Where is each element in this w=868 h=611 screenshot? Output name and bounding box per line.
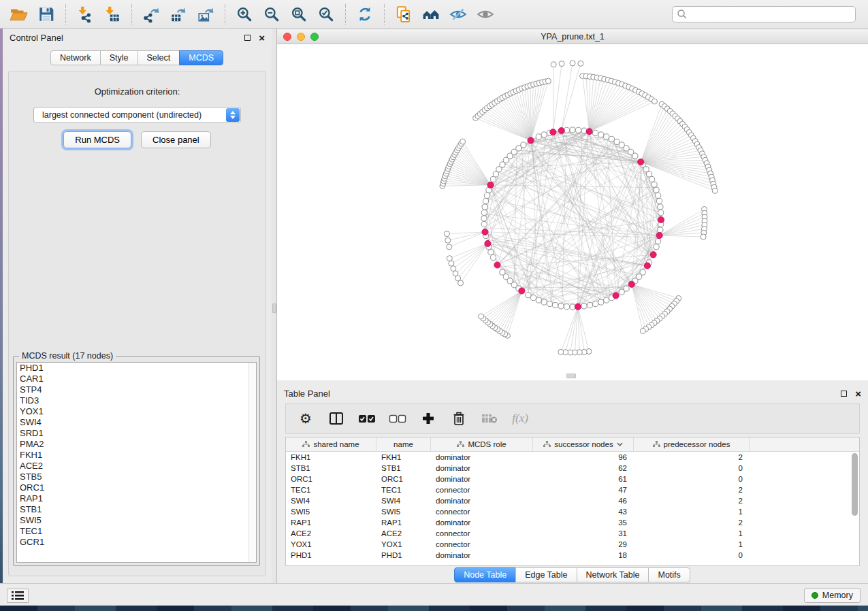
save-session-icon[interactable] — [33, 3, 60, 26]
tab-select[interactable]: Select — [138, 50, 180, 65]
table-row[interactable]: FKH1FKH1dominator962 — [286, 452, 859, 463]
mcds-result-title: MCDS result (17 nodes) — [19, 351, 116, 361]
import-network-icon[interactable] — [71, 3, 99, 26]
mcds-result-item[interactable]: PHD1 — [17, 363, 256, 374]
table-tabs: Node Table Edge Table Network Table Moti… — [277, 567, 868, 582]
mcds-result-list[interactable]: PHD1CAR1STP4TID3YOX1SWI4SRD1PMA2FKH1ACE2… — [16, 362, 257, 563]
table-panel-title: Table Panel — [284, 389, 330, 399]
zoom-out-icon[interactable] — [258, 3, 285, 26]
mcds-result-item[interactable]: YOX1 — [17, 406, 256, 417]
refresh-view-icon[interactable] — [351, 3, 379, 26]
mcds-result-item[interactable]: SRD1 — [17, 428, 256, 439]
network-graph[interactable] — [277, 44, 868, 380]
tab-node-table[interactable]: Node Table — [454, 567, 516, 582]
split-view-icon[interactable] — [327, 410, 345, 427]
table-row[interactable]: PHD1PHD1dominator180 — [286, 550, 859, 561]
tab-edge-table[interactable]: Edge Table — [515, 567, 577, 582]
vertical-splitter[interactable] — [272, 29, 277, 583]
zoom-fit-icon[interactable] — [285, 3, 312, 26]
float-table-panel-icon[interactable] — [841, 391, 847, 397]
table-row[interactable]: ORC1ORC1dominator610 — [286, 474, 859, 484]
close-table-panel-icon[interactable]: × — [855, 391, 861, 397]
mcds-result-item[interactable]: STB5 — [17, 472, 256, 482]
table-row[interactable]: YOX1YOX1connector291 — [286, 539, 859, 550]
optimization-criterion-select[interactable]: largest connected component (undirected) — [33, 107, 241, 123]
column-header-filler — [750, 437, 859, 451]
mcds-result-item[interactable]: SWI4 — [17, 417, 256, 428]
select-stepper-icon — [226, 108, 240, 122]
export-network-icon[interactable] — [138, 3, 165, 26]
delete-icon[interactable] — [450, 410, 468, 427]
mcds-result-item[interactable]: ORC1 — [17, 482, 256, 493]
export-table-icon[interactable] — [165, 3, 192, 26]
hide-graphics-icon[interactable] — [445, 3, 472, 26]
tab-motifs[interactable]: Motifs — [648, 567, 690, 582]
mcds-result-item[interactable]: STP4 — [17, 384, 256, 395]
table-row[interactable]: ACE2ACE2connector311 — [286, 528, 859, 539]
show-log-button[interactable] — [7, 589, 29, 603]
mcds-result-item[interactable]: FKH1 — [17, 450, 256, 461]
close-panel-button[interactable]: Close panel — [141, 131, 211, 148]
import-table-icon[interactable] — [99, 3, 126, 26]
table-toolbar: ⚙ f(x) — [285, 403, 860, 434]
sort-descending-icon — [617, 442, 623, 446]
table-scrollbar-thumb[interactable] — [852, 453, 858, 516]
deselect-all-icon[interactable] — [389, 410, 406, 427]
mcds-result-item[interactable]: TID3 — [17, 395, 256, 406]
zoom-selected-icon[interactable] — [312, 3, 340, 26]
table-row[interactable]: TEC1TEC1connector472 — [286, 484, 859, 495]
mcds-result-item[interactable]: PMA2 — [17, 439, 256, 450]
table-row[interactable]: STB1STB1dominator620 — [286, 463, 859, 474]
table-scrollbar[interactable] — [852, 453, 858, 563]
optimization-criterion-label: Optimization criterion: — [9, 86, 266, 97]
table-row[interactable]: SWI4SWI4dominator462 — [286, 495, 859, 506]
column-header-mcds-role[interactable]: MCDS role — [431, 437, 533, 451]
clone-network-icon[interactable] — [390, 3, 417, 26]
horizontal-splitter-grip[interactable] — [566, 374, 576, 378]
column-header-predecessor-nodes[interactable]: predecessor nodes — [634, 437, 750, 451]
memory-status-icon — [811, 592, 818, 599]
control-panel: Control Panel × Network Style Select MCD… — [3, 29, 272, 583]
node-table: shared name name MCDS role successor nod… — [285, 437, 860, 566]
open-file-icon[interactable] — [5, 3, 33, 26]
home-welcome-icon[interactable] — [417, 3, 445, 26]
table-settings-icon[interactable]: ⚙ — [297, 410, 315, 427]
column-header-name[interactable]: name — [376, 437, 431, 451]
network-canvas[interactable] — [277, 44, 868, 380]
zoom-in-icon[interactable] — [231, 3, 258, 26]
splitter-grip[interactable] — [272, 303, 276, 313]
search-input[interactable] — [672, 6, 856, 22]
run-mcds-button[interactable]: Run MCDS — [63, 131, 131, 148]
tab-mcds[interactable]: MCDS — [179, 50, 223, 65]
mcds-result-item[interactable]: ACE2 — [17, 461, 256, 472]
table-row[interactable]: RAP1RAP1dominator352 — [286, 517, 859, 528]
selected-option: largest connected component (undirected) — [42, 110, 202, 120]
result-list-scrollbar[interactable] — [248, 363, 256, 562]
close-panel-icon[interactable]: × — [259, 35, 265, 41]
column-header-successor-nodes[interactable]: successor nodes — [533, 437, 634, 451]
memory-label: Memory — [822, 591, 853, 600]
mcds-result-item[interactable]: STB1 — [17, 504, 256, 515]
table-panel: Table Panel × ⚙ f(x) shared name — [277, 384, 868, 583]
table-row[interactable]: SWI5SWI5connector431 — [286, 506, 859, 517]
memory-button[interactable]: Memory — [804, 588, 861, 603]
select-all-icon[interactable] — [358, 410, 376, 427]
tab-network-table[interactable]: Network Table — [577, 567, 649, 582]
show-graphics-icon[interactable] — [472, 3, 499, 26]
mcds-result-item[interactable]: TEC1 — [17, 526, 256, 537]
export-image-icon[interactable] — [192, 3, 219, 26]
tab-style[interactable]: Style — [100, 50, 138, 65]
tab-network[interactable]: Network — [50, 50, 101, 65]
mcds-result-item[interactable]: SWI5 — [17, 515, 256, 526]
float-panel-icon[interactable] — [244, 35, 251, 41]
column-header-shared-name[interactable]: shared name — [286, 437, 376, 451]
mcds-result-item[interactable]: RAP1 — [17, 493, 256, 504]
network-window-title: YPA_prune.txt_1 — [277, 32, 868, 42]
function-builder-icon[interactable]: f(x) — [511, 410, 529, 427]
add-icon[interactable] — [419, 410, 437, 427]
network-window-titlebar[interactable]: YPA_prune.txt_1 — [277, 30, 868, 44]
status-bar: Memory — [0, 583, 868, 606]
mcds-result-item[interactable]: GCR1 — [17, 537, 256, 548]
delete-table-icon[interactable] — [481, 410, 498, 427]
mcds-result-item[interactable]: CAR1 — [17, 374, 256, 384]
